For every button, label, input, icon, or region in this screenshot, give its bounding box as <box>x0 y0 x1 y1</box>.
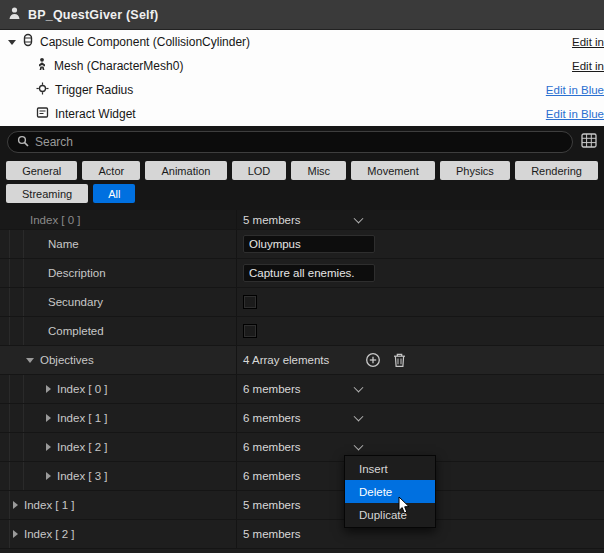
context-menu-insert[interactable]: Insert <box>345 457 435 480</box>
filter-lod[interactable]: LOD <box>232 161 287 180</box>
search-row <box>0 126 604 158</box>
edit-in-link[interactable]: Edit in <box>572 60 604 72</box>
name-input[interactable] <box>243 235 375 253</box>
property-row-index0-header[interactable]: Index [ 0 ] 5 members <box>0 210 604 230</box>
component-tree: Capsule Component (CollisionCylinder) Ed… <box>0 30 604 126</box>
context-menu-duplicate[interactable]: Duplicate <box>345 503 435 526</box>
property-row-description[interactable]: Description <box>0 259 604 288</box>
filter-movement[interactable]: Movement <box>351 161 435 180</box>
completed-checkbox[interactable] <box>243 324 257 338</box>
filter-rendering[interactable]: Rendering <box>515 161 598 180</box>
property-row-name[interactable]: Name <box>0 230 604 259</box>
component-row-capsule[interactable]: Capsule Component (CollisionCylinder) Ed… <box>0 30 604 54</box>
filter-streaming[interactable]: Streaming <box>6 184 88 203</box>
skeletal-mesh-icon <box>36 57 48 75</box>
collapsed-arrow-icon[interactable] <box>13 530 18 538</box>
widget-icon <box>36 105 49 123</box>
property-row-objective-index0[interactable]: Index [ 0 ] 6 members <box>0 375 604 404</box>
property-row-objective-index1[interactable]: Index [ 1 ] 6 members <box>0 404 604 433</box>
property-row-objectives[interactable]: Objectives 4 Array elements <box>0 346 604 375</box>
context-menu: Insert Delete Duplicate <box>344 455 436 528</box>
edit-in-link[interactable]: Edit in <box>572 36 604 48</box>
component-label: Mesh (CharacterMesh0) <box>54 59 183 73</box>
component-label: Capsule Component (CollisionCylinder) <box>40 35 250 49</box>
edit-in-blueprint-link[interactable]: Edit in Blue <box>546 108 604 120</box>
capsule-icon <box>22 33 34 51</box>
component-label: Interact Widget <box>55 107 136 121</box>
component-row-interact-widget[interactable]: Interact Widget Edit in Blue <box>0 102 604 126</box>
sphere-trigger-icon <box>36 81 49 99</box>
property-row-secundary[interactable]: Secundary <box>0 288 604 317</box>
chevron-down-icon[interactable] <box>354 441 364 451</box>
component-row-trigger-radius[interactable]: Trigger Radius Edit in Blue <box>0 78 604 102</box>
chevron-down-icon[interactable] <box>354 412 364 422</box>
property-row-quest-index2[interactable]: Index [ 2 ] 5 members <box>0 520 604 549</box>
collapsed-arrow-icon[interactable] <box>46 443 51 451</box>
collapsed-arrow-icon[interactable] <box>46 414 51 422</box>
filter-actor[interactable]: Actor <box>82 161 140 180</box>
filter-misc[interactable]: Misc <box>291 161 346 180</box>
view-options-grid-icon[interactable] <box>581 133 597 152</box>
add-element-icon[interactable] <box>365 352 381 368</box>
filter-general[interactable]: General <box>6 161 77 180</box>
search-icon <box>17 133 29 151</box>
selected-object-title: BP_QuestGiver (Self) <box>28 8 158 22</box>
context-menu-delete[interactable]: Delete <box>345 480 435 503</box>
collapsed-arrow-icon[interactable] <box>46 385 51 393</box>
collapsed-arrow-icon[interactable] <box>46 472 51 480</box>
component-label: Trigger Radius <box>55 83 133 97</box>
actor-icon <box>8 6 21 24</box>
chevron-down-icon[interactable] <box>354 213 364 223</box>
search-input[interactable] <box>35 135 563 149</box>
category-filters: General Actor Animation LOD Misc Movemen… <box>0 158 604 210</box>
delete-all-icon[interactable] <box>393 353 406 368</box>
edit-in-blueprint-link[interactable]: Edit in Blue <box>546 84 604 96</box>
chevron-down-icon[interactable] <box>354 383 364 393</box>
component-row-mesh[interactable]: Mesh (CharacterMesh0) Edit in <box>0 54 604 78</box>
filter-physics[interactable]: Physics <box>440 161 510 180</box>
search-box[interactable] <box>7 131 573 153</box>
details-panel: BP_QuestGiver (Self) Capsule Component (… <box>0 0 604 553</box>
property-grid: Index [ 0 ] 5 members Name Description S… <box>0 210 604 551</box>
expand-arrow-icon[interactable] <box>8 40 16 45</box>
secundary-checkbox[interactable] <box>243 295 257 309</box>
description-input[interactable] <box>243 264 375 282</box>
filter-all[interactable]: All <box>93 184 135 203</box>
filter-animation[interactable]: Animation <box>145 161 226 180</box>
property-row-objective-index2[interactable]: Index [ 2 ] 6 members <box>0 433 604 462</box>
property-row-objective-index3[interactable]: Index [ 3 ] 6 members <box>0 462 604 491</box>
details-header: BP_QuestGiver (Self) <box>0 0 604 30</box>
property-row-quest-index1[interactable]: Index [ 1 ] 5 members <box>0 491 604 520</box>
property-row-completed[interactable]: Completed <box>0 317 604 346</box>
expand-arrow-icon[interactable] <box>26 358 34 363</box>
collapsed-arrow-icon[interactable] <box>13 501 18 509</box>
